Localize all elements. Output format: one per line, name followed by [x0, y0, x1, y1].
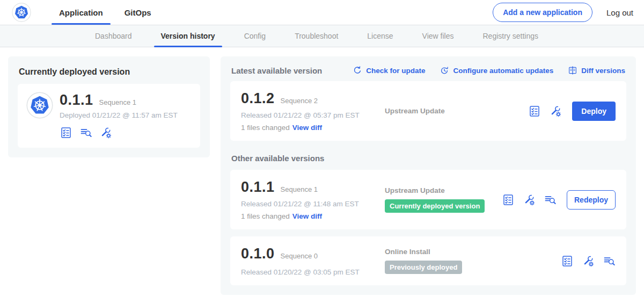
deployed-version-line: 0.1.1 Sequence 1 [60, 92, 192, 109]
version-number: 0.1.2 [241, 90, 275, 107]
nav-tab-gitops-label: GitOps [125, 8, 151, 17]
files-changed-line: 1 files changedView diff [241, 124, 379, 132]
deployed-version-card: 0.1.1 Sequence 1 Deployed 01/21/22 @ 11:… [18, 84, 200, 148]
version-row-0-1-1: 0.1.1 Sequence 1 Released 01/21/22 @ 11:… [230, 170, 626, 229]
deployed-version-number: 0.1.1 [60, 92, 93, 109]
version-row-0-1-0: 0.1.0 Sequence 0 Released 01/20/22 @ 03:… [230, 236, 626, 285]
version-sequence: Sequence 0 [281, 252, 318, 260]
config-icon[interactable] [99, 126, 112, 139]
configure-automatic-updates-link[interactable]: Configure automatic updates [440, 66, 553, 75]
source-label: Upstream Update [385, 107, 528, 115]
version-sequence: Sequence 2 [281, 97, 318, 105]
source-label: Upstream Update [385, 186, 502, 194]
deployed-date: Deployed 01/21/22 @ 11:57 am EST [60, 111, 192, 119]
version-source: Upstream Update Currently deployed versi… [379, 186, 502, 213]
top-header: Application GitOps Add a new application… [0, 0, 644, 25]
nav-tab-application-label: Application [59, 8, 103, 17]
tab-license-label: License [367, 32, 393, 40]
app-subnav: Dashboard Version history Config Trouble… [0, 25, 644, 47]
diff-versions-label: Diff versions [581, 67, 625, 75]
tab-view-files[interactable]: View files [408, 25, 469, 47]
tab-config[interactable]: Config [230, 25, 280, 47]
version-row-actions: Deploy [528, 102, 616, 121]
other-versions-title: Other available versions [231, 154, 626, 163]
tab-registry-settings-label: Registry settings [482, 32, 538, 40]
released-date: Released 01/21/22 @ 05:37 pm EST [241, 111, 379, 119]
version-number: 0.1.1 [241, 179, 275, 196]
redeploy-button[interactable]: Redeploy [567, 190, 616, 210]
tab-view-files-label: View files [422, 32, 454, 40]
files-changed-line: 1 files changedView diff [241, 212, 379, 220]
version-info: 0.1.1 Sequence 1 Released 01/21/22 @ 11:… [241, 179, 379, 220]
released-date: Released 01/21/22 @ 11:48 am EST [241, 200, 379, 208]
released-date: Released 01/20/22 @ 03:05 pm EST [241, 268, 379, 276]
deploy-button[interactable]: Deploy [572, 102, 616, 121]
add-application-button[interactable]: Add a new application [493, 3, 592, 22]
preflight-checks-icon[interactable] [502, 193, 515, 206]
configure-automatic-updates-label: Configure automatic updates [453, 67, 553, 75]
deployed-sequence: Sequence 1 [99, 98, 136, 106]
refresh-icon [353, 66, 362, 75]
version-row-actions [561, 255, 616, 268]
currently-deployed-title: Currently deployed version [19, 67, 200, 77]
tab-license[interactable]: License [353, 25, 407, 47]
config-icon[interactable] [523, 193, 536, 206]
preflight-checks-icon[interactable] [528, 105, 541, 118]
version-row-actions: Redeploy [502, 190, 616, 210]
tab-version-history-label: Version history [161, 32, 215, 40]
diff-versions-link[interactable]: Diff versions [568, 66, 625, 75]
tab-version-history[interactable]: Version history [147, 25, 230, 47]
version-info: 0.1.0 Sequence 0 Released 01/20/22 @ 03:… [241, 246, 379, 276]
config-icon[interactable] [549, 105, 562, 118]
version-info: 0.1.2 Sequence 2 Released 01/21/22 @ 05:… [241, 90, 379, 132]
files-changed: 1 files changed [241, 212, 290, 220]
previously-deployed-badge: Previously deployed [385, 261, 462, 274]
kubernetes-logo-icon [12, 3, 31, 22]
version-number: 0.1.0 [241, 246, 275, 262]
latest-version-header: Latest available version Check for updat… [230, 63, 626, 81]
tab-troubleshoot-label: Troubleshoot [295, 32, 338, 40]
top-nav: Application GitOps [48, 0, 162, 25]
version-source: Online Install Previously deployed [379, 248, 561, 274]
tab-dashboard-label: Dashboard [95, 32, 132, 40]
files-changed: 1 files changed [241, 124, 290, 132]
app-kubernetes-icon [26, 92, 53, 119]
currently-deployed-panel: Currently deployed version 0.1.1 Sequenc… [8, 56, 210, 157]
tab-config-label: Config [244, 32, 266, 40]
view-diff-link[interactable]: View diff [292, 124, 322, 132]
preflight-checks-icon[interactable] [60, 126, 72, 139]
nav-tab-application[interactable]: Application [48, 0, 114, 25]
version-history-panel: Latest available version Check for updat… [221, 56, 636, 295]
deploy-logs-icon[interactable] [79, 126, 92, 139]
tab-troubleshoot[interactable]: Troubleshoot [280, 25, 353, 47]
version-actions: Check for update Configure automatic upd… [353, 66, 625, 75]
source-label: Online Install [385, 248, 561, 256]
diff-icon [568, 66, 577, 75]
check-for-update-label: Check for update [366, 67, 425, 75]
deployed-action-icons [60, 126, 192, 139]
view-diff-link[interactable]: View diff [292, 212, 322, 220]
latest-version-title: Latest available version [231, 66, 322, 75]
tab-registry-settings[interactable]: Registry settings [468, 25, 552, 47]
check-for-update-link[interactable]: Check for update [353, 66, 425, 75]
preflight-checks-icon[interactable] [561, 255, 574, 268]
nav-tab-gitops[interactable]: GitOps [114, 0, 162, 25]
version-row-0-1-2: 0.1.2 Sequence 2 Released 01/21/22 @ 05:… [230, 81, 626, 141]
logout-button[interactable]: Log out [606, 8, 633, 17]
deploy-logs-icon[interactable] [544, 193, 557, 206]
config-icon[interactable] [582, 255, 595, 268]
version-source: Upstream Update [379, 107, 528, 115]
schedule-update-icon [440, 66, 449, 75]
main-content: Currently deployed version 0.1.1 Sequenc… [0, 47, 644, 303]
version-sequence: Sequence 1 [281, 185, 318, 193]
deploy-logs-icon[interactable] [603, 255, 616, 268]
currently-deployed-badge: Currently deployed version [385, 199, 485, 213]
tab-dashboard[interactable]: Dashboard [80, 25, 147, 47]
